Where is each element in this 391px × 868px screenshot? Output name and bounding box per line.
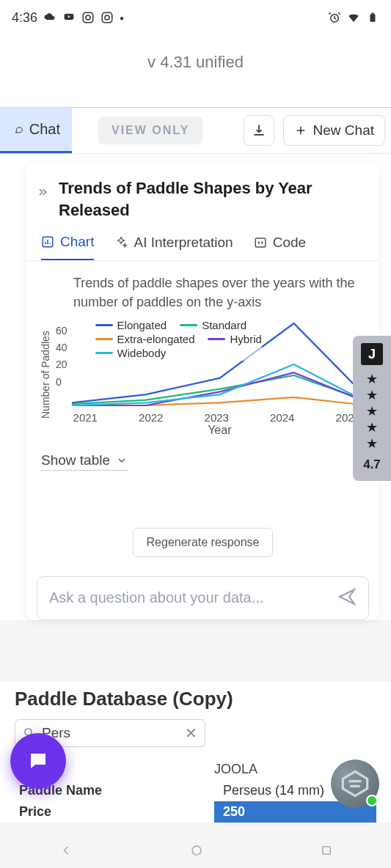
chart-plot: Elongated Standard Extra-elongated Hybri…: [72, 323, 368, 426]
version-label: v 4.31 unified: [0, 35, 391, 107]
subtab-chart-label: Chart: [60, 234, 94, 250]
chat-fab[interactable]: [10, 733, 66, 789]
chat-icon: [15, 122, 23, 137]
chart-description: Trends of paddle shapes over the years w…: [73, 274, 368, 311]
cloud-icon: [43, 11, 56, 24]
chevron-right-double-icon: [37, 186, 48, 198]
view-only-badge: VIEW ONLY: [98, 117, 202, 144]
wifi-icon: [347, 11, 360, 24]
svg-point-13: [192, 846, 201, 855]
svg-point-3: [86, 15, 90, 20]
nav-home[interactable]: [190, 844, 203, 860]
rating-badge[interactable]: J ★ ★ ★ ★ ★ 4.7: [353, 336, 391, 481]
tab-chat-label: Chat: [29, 121, 60, 138]
sparkle-icon: [114, 236, 128, 249]
ask-input-row: [37, 576, 369, 620]
clear-search-button[interactable]: ✕: [185, 724, 197, 742]
legend-item: Standard: [202, 319, 246, 331]
show-table-toggle[interactable]: Show table: [41, 452, 128, 471]
new-chat-label: New Chat: [313, 122, 374, 139]
svg-rect-10: [255, 238, 266, 247]
send-button[interactable]: [337, 587, 357, 609]
x-axis-ticks: 2021 2022 2023 2024 2025: [72, 408, 368, 424]
alarm-icon: [328, 11, 341, 24]
send-icon: [337, 587, 357, 606]
plus-icon: [294, 124, 307, 137]
tab-chat[interactable]: Chat: [0, 108, 72, 153]
code-icon: [254, 236, 267, 249]
star-icon: ★: [366, 437, 378, 450]
system-navbar: [0, 836, 391, 868]
legend-item: Elongated: [117, 319, 167, 331]
bar-chart-icon: [41, 235, 54, 249]
x-axis-label: Year: [72, 424, 368, 437]
subtab-chart[interactable]: Chart: [41, 234, 94, 260]
nav-back[interactable]: [59, 843, 73, 861]
svg-rect-4: [102, 12, 112, 23]
ytick: 40: [56, 342, 67, 353]
subtab-code[interactable]: Code: [254, 234, 306, 260]
subtab-ai[interactable]: AI Interpretation: [114, 234, 233, 260]
card-subtabs: Chart AI Interpretation Code: [26, 227, 379, 261]
download-icon: [252, 123, 266, 138]
svg-point-5: [105, 15, 109, 20]
avatar-logo-icon: [340, 769, 370, 798]
collapse-button[interactable]: [37, 177, 48, 201]
status-time: 4:36: [12, 10, 37, 26]
legend-item: Widebody: [117, 347, 167, 359]
new-chat-button[interactable]: New Chat: [283, 115, 385, 146]
xtick: 2024: [270, 411, 294, 424]
chat-card: Trends of Paddle Shapes by Year Released…: [26, 163, 379, 620]
show-table-label: Show table: [41, 452, 110, 468]
star-icon: ★: [366, 405, 378, 418]
sheet-title: Paddle Database (Copy): [15, 688, 376, 710]
svg-marker-12: [343, 771, 367, 795]
download-button[interactable]: [244, 115, 274, 146]
subtab-code-label: Code: [273, 235, 306, 251]
instagram-icon: [81, 11, 95, 24]
xtick: 2022: [139, 411, 163, 424]
chart-block: Trends of paddle shapes over the years w…: [26, 261, 379, 434]
subtab-ai-label: AI Interpretation: [134, 235, 233, 251]
card-title: Trends of Paddle Shapes by Year Released: [59, 177, 365, 221]
xtick: 2023: [205, 411, 229, 424]
svg-rect-14: [322, 847, 330, 855]
rating-score: 4.7: [363, 457, 381, 472]
status-bar: 4:36 ●: [0, 0, 391, 35]
top-tabs: Chat VIEW ONLY New Chat: [0, 107, 391, 154]
ytick: 20: [56, 358, 67, 370]
legend-item: Hybrid: [230, 333, 261, 345]
youtube-icon: [62, 11, 76, 24]
battery-icon: [366, 11, 379, 24]
user-avatar[interactable]: [331, 760, 379, 808]
svg-rect-2: [83, 12, 93, 23]
star-icon: ★: [366, 421, 378, 434]
star-icon: ★: [366, 372, 378, 386]
more-dot-icon: ●: [120, 14, 124, 22]
rating-letter: J: [361, 343, 383, 365]
y-axis-ticks: 60 40 20 0: [53, 323, 72, 405]
ytick: 60: [56, 325, 67, 336]
svg-rect-7: [370, 14, 376, 21]
xtick: 2021: [73, 411, 98, 424]
star-icon: ★: [366, 389, 378, 402]
record-table: JOOLA Paddle Name Perseus (14 mm) Price …: [15, 762, 376, 823]
regenerate-button[interactable]: Regenerate response: [133, 528, 274, 557]
row-price-label: Price: [15, 801, 214, 823]
svg-rect-8: [371, 13, 374, 15]
instagram-icon-2: [101, 11, 114, 24]
chart-legend: Elongated Standard Extra-elongated Hybri…: [95, 319, 262, 361]
legend-item: Extra-elongated: [117, 333, 195, 345]
nav-recent[interactable]: [320, 844, 333, 860]
ytick: 0: [56, 376, 67, 388]
y-axis-label: Number of Paddles: [38, 323, 53, 426]
ask-input[interactable]: [49, 589, 337, 606]
chevron-down-icon: [116, 455, 128, 466]
chat-bubble-icon: [27, 750, 49, 772]
presence-indicator: [366, 795, 378, 806]
